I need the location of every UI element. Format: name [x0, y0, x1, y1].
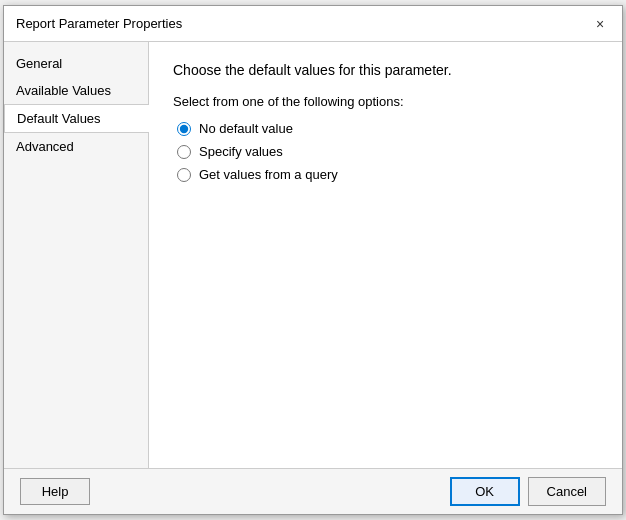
sidebar-item-advanced[interactable]: Advanced: [4, 133, 148, 160]
sidebar: General Available Values Default Values …: [4, 42, 149, 468]
sidebar-item-default-values[interactable]: Default Values: [4, 104, 149, 133]
radio-specify-values[interactable]: [177, 145, 191, 159]
radio-option-no-default[interactable]: No default value: [177, 121, 598, 136]
cancel-button[interactable]: Cancel: [528, 477, 606, 506]
content-area: Choose the default values for this param…: [149, 42, 622, 468]
radio-query-values[interactable]: [177, 168, 191, 182]
dialog-body: General Available Values Default Values …: [4, 42, 622, 468]
radio-no-default[interactable]: [177, 122, 191, 136]
footer-right-buttons: OK Cancel: [450, 477, 606, 506]
radio-query-values-label: Get values from a query: [199, 167, 338, 182]
sidebar-item-available-values[interactable]: Available Values: [4, 77, 148, 104]
dialog-footer: Help OK Cancel: [4, 468, 622, 514]
radio-no-default-label: No default value: [199, 121, 293, 136]
dialog-title: Report Parameter Properties: [16, 16, 182, 31]
radio-group: No default value Specify values Get valu…: [177, 121, 598, 182]
close-button[interactable]: ×: [590, 14, 610, 34]
radio-option-specify-values[interactable]: Specify values: [177, 144, 598, 159]
ok-button[interactable]: OK: [450, 477, 520, 506]
radio-option-query-values[interactable]: Get values from a query: [177, 167, 598, 182]
radio-specify-values-label: Specify values: [199, 144, 283, 159]
content-heading: Choose the default values for this param…: [173, 62, 598, 78]
content-subheading: Select from one of the following options…: [173, 94, 598, 109]
title-bar: Report Parameter Properties ×: [4, 6, 622, 42]
help-button[interactable]: Help: [20, 478, 90, 505]
report-parameter-properties-dialog: Report Parameter Properties × General Av…: [3, 5, 623, 515]
sidebar-item-general[interactable]: General: [4, 50, 148, 77]
